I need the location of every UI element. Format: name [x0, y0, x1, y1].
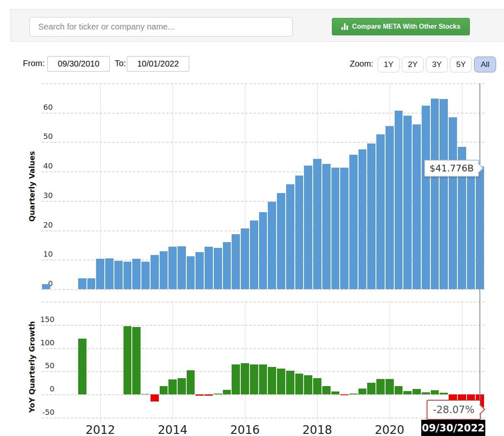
quarterly-value-bar[interactable] [449, 117, 457, 289]
value-tooltip-text: $41.776B [430, 163, 474, 173]
stock-chart-app: Compare META With Other Stocks From: To:… [0, 0, 504, 436]
growth-bar[interactable] [340, 394, 348, 395]
growth-bar[interactable] [205, 394, 213, 396]
growth-bar[interactable] [413, 389, 421, 394]
quarterly-value-bar[interactable] [124, 262, 132, 289]
gridline [42, 113, 484, 114]
quarterly-value-bar[interactable] [241, 228, 249, 289]
growth-bar[interactable] [187, 370, 195, 394]
quarterly-value-bar[interactable] [178, 246, 186, 289]
growth-bar[interactable] [376, 379, 385, 394]
x-axis-year-label: 2014 [158, 423, 188, 436]
quarterly-value-bar[interactable] [78, 278, 86, 289]
growth-bar[interactable] [286, 371, 294, 394]
quarterly-value-bar[interactable] [132, 259, 141, 289]
y-axis-tick-label: 100 [19, 338, 54, 347]
quarterly-value-bar[interactable] [187, 256, 195, 289]
quarterly-value-bar[interactable] [413, 124, 421, 289]
quarterly-value-bar[interactable] [268, 202, 276, 289]
quarterly-value-bar[interactable] [422, 106, 430, 289]
zoom-button-1y[interactable]: 1Y [378, 57, 400, 72]
growth-bar[interactable] [124, 326, 132, 394]
quarterly-value-bar[interactable] [232, 234, 240, 289]
quarterly-value-bar[interactable] [385, 126, 394, 289]
quarterly-value-bar[interactable] [340, 168, 348, 289]
growth-bar[interactable] [241, 363, 249, 394]
growth-bar[interactable] [431, 390, 439, 394]
quarterly-value-bar[interactable] [114, 261, 123, 289]
growth-bar[interactable] [422, 392, 430, 395]
zoom-button-2y[interactable]: 2Y [402, 57, 424, 72]
quarterly-value-bar[interactable] [403, 116, 412, 289]
quarterly-value-bar[interactable] [141, 262, 150, 289]
quarterly-value-bar[interactable] [367, 144, 376, 289]
quarterly-value-bar[interactable] [277, 193, 285, 289]
growth-bar[interactable] [268, 367, 276, 394]
quarterly-value-bar[interactable] [349, 155, 358, 289]
quarterly-value-bar[interactable] [96, 259, 104, 289]
zoom-button-5y[interactable]: 5Y [450, 57, 472, 72]
quarterly-value-bar[interactable] [160, 251, 168, 289]
growth-bar[interactable] [349, 394, 358, 394]
quarterly-value-bar[interactable] [205, 247, 213, 289]
y-axis-tick-label: 30 [19, 191, 53, 200]
quarterly-value-bar[interactable] [105, 258, 114, 289]
quarterly-value-bar[interactable] [331, 168, 340, 289]
quarterly-value-bar[interactable] [431, 99, 439, 289]
growth-bar[interactable] [232, 364, 240, 395]
quarterly-value-bar[interactable] [467, 163, 475, 289]
quarterly-value-bar[interactable] [440, 99, 448, 289]
to-date-input[interactable] [127, 56, 189, 72]
growth-bar[interactable] [331, 391, 340, 394]
quarterly-value-bar[interactable] [313, 159, 321, 289]
quarterly-value-bar[interactable] [151, 255, 159, 289]
quarterly-value-bar[interactable] [358, 149, 367, 289]
quarterly-value-bar[interactable] [214, 248, 222, 289]
growth-bar[interactable] [214, 394, 222, 394]
compare-stocks-button[interactable]: Compare META With Other Stocks [332, 18, 470, 35]
growth-tooltip: -28.07% [427, 400, 481, 420]
growth-bar[interactable] [132, 327, 141, 394]
growth-bar[interactable] [195, 394, 204, 396]
growth-bar[interactable] [304, 375, 312, 394]
growth-bar[interactable] [259, 364, 267, 395]
quarterly-value-bar[interactable] [195, 252, 204, 289]
growth-bar[interactable] [178, 378, 186, 394]
growth-bar[interactable] [358, 389, 367, 395]
growth-bar[interactable] [223, 390, 231, 394]
from-date-input[interactable] [47, 56, 110, 72]
growth-bar[interactable] [322, 386, 331, 394]
value-tooltip: $41.776B [424, 160, 479, 177]
growth-bar[interactable] [313, 378, 321, 394]
quarterly-values-chart: 0102030405060 [42, 83, 484, 289]
growth-bar[interactable] [160, 386, 168, 394]
growth-bar[interactable] [250, 364, 258, 395]
quarterly-value-bar[interactable] [376, 134, 385, 289]
growth-bar[interactable] [168, 379, 177, 394]
growth-bar[interactable] [141, 394, 150, 395]
growth-bar[interactable] [295, 374, 304, 394]
growth-bar[interactable] [385, 379, 394, 394]
quarterly-value-bar[interactable] [295, 176, 304, 289]
growth-bar[interactable] [151, 394, 159, 401]
growth-bar[interactable] [277, 369, 285, 394]
growth-bar[interactable] [403, 391, 412, 394]
growth-bar[interactable] [395, 386, 403, 394]
quarterly-value-bar[interactable] [304, 166, 312, 289]
gridline [42, 418, 484, 419]
quarterly-value-bar[interactable] [286, 184, 294, 289]
growth-bar[interactable] [78, 339, 86, 394]
quarterly-value-bar[interactable] [250, 220, 258, 289]
quarterly-value-bar[interactable] [322, 164, 331, 289]
quarterly-value-bar[interactable] [223, 242, 231, 289]
zoom-button-3y[interactable]: 3Y [426, 57, 448, 72]
search-input[interactable] [30, 17, 293, 37]
growth-bar[interactable] [440, 393, 448, 394]
quarterly-value-bar[interactable] [42, 284, 50, 289]
quarterly-value-bar[interactable] [259, 212, 267, 289]
quarterly-value-bar[interactable] [87, 278, 96, 289]
quarterly-value-bar[interactable] [168, 247, 177, 289]
zoom-button-all[interactable]: All [474, 57, 496, 72]
quarterly-value-bar[interactable] [395, 111, 403, 289]
growth-bar[interactable] [367, 383, 376, 394]
